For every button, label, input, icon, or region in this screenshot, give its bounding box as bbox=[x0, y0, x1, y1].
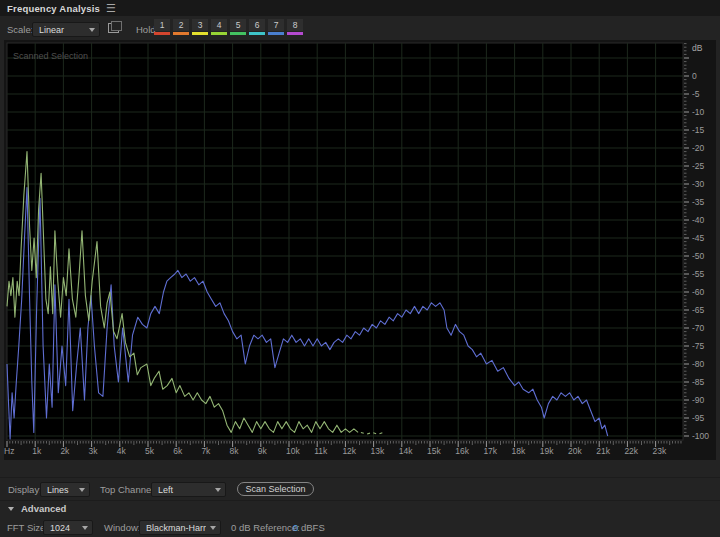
hold-button-8[interactable]: 8 bbox=[287, 19, 303, 35]
freq-tick-label: 5k bbox=[145, 446, 155, 456]
top-channel-label: Top Channel: bbox=[100, 484, 156, 495]
db-tick-label: -45 bbox=[692, 233, 705, 243]
panel-title: Frequency Analysis bbox=[7, 3, 100, 14]
scale-dropdown[interactable]: Linear bbox=[32, 22, 100, 37]
db-tick-label: -55 bbox=[692, 269, 705, 279]
db-tick-label: -90 bbox=[692, 395, 705, 405]
hold-button-number: 5 bbox=[230, 19, 246, 31]
hold-button-number: 1 bbox=[154, 19, 170, 31]
db-tick-label: -15 bbox=[692, 125, 705, 135]
panel-menu-icon[interactable]: ☰ bbox=[106, 3, 116, 13]
db-tick-label: -50 bbox=[692, 251, 705, 261]
toolbar: Scale: Linear Hold: 12345678 bbox=[0, 16, 720, 42]
hold-color-bar bbox=[154, 32, 170, 35]
db-tick-label: -30 bbox=[692, 179, 705, 189]
hold-button-1[interactable]: 1 bbox=[154, 19, 170, 35]
db-tick-label: -10 bbox=[692, 107, 705, 117]
db-reference-unit: dBFS bbox=[301, 522, 325, 533]
fft-size-dropdown[interactable]: 1024 bbox=[43, 520, 93, 535]
hold-button-3[interactable]: 3 bbox=[192, 19, 208, 35]
freq-tick-label: 12k bbox=[342, 446, 356, 456]
snapshot-front-square bbox=[111, 21, 122, 31]
display-value: Lines bbox=[47, 485, 75, 495]
top-channel-dropdown[interactable]: Left bbox=[151, 482, 226, 497]
hold-button-6[interactable]: 6 bbox=[249, 19, 265, 35]
db-tick-label: -100 bbox=[692, 431, 709, 441]
scan-selection-button[interactable]: Scan Selection bbox=[237, 482, 314, 496]
db-tick-label: -35 bbox=[692, 197, 705, 207]
hold-color-bar bbox=[287, 32, 303, 35]
db-tick-label: -5 bbox=[692, 89, 700, 99]
hold-color-bar bbox=[268, 32, 284, 35]
chevron-down-icon bbox=[82, 526, 88, 530]
window-label: Window: bbox=[104, 522, 140, 533]
freq-tick-label: 21k bbox=[596, 446, 610, 456]
hold-button-number: 2 bbox=[173, 19, 189, 31]
chevron-down-icon bbox=[8, 507, 14, 511]
db-tick-label: -65 bbox=[692, 305, 705, 315]
db-axis-title: dB bbox=[692, 43, 703, 53]
divider bbox=[0, 477, 720, 478]
snapshot-graph-icon[interactable] bbox=[108, 21, 122, 33]
db-tick-label: -85 bbox=[692, 377, 705, 387]
freq-tick-label: 20k bbox=[568, 446, 582, 456]
chevron-down-icon bbox=[210, 526, 216, 530]
db-tick-label: -70 bbox=[692, 323, 705, 333]
scale-value: Linear bbox=[39, 25, 85, 35]
freq-tick-label: 6k bbox=[173, 446, 183, 456]
scanned-selection-label: Scanned Selection bbox=[13, 51, 88, 61]
db-tick-label: -80 bbox=[692, 359, 705, 369]
advanced-label: Advanced bbox=[21, 503, 66, 514]
db-tick-label: -75 bbox=[692, 341, 705, 351]
freq-tick-label: 9k bbox=[258, 446, 268, 456]
freq-tick-label: 7k bbox=[201, 446, 211, 456]
hold-button-number: 8 bbox=[287, 19, 303, 31]
db-tick-label: -20 bbox=[692, 143, 705, 153]
hold-button-7[interactable]: 7 bbox=[268, 19, 284, 35]
freq-tick-label: 3k bbox=[89, 446, 99, 456]
hold-color-bar bbox=[230, 32, 246, 35]
db-reference-value[interactable]: 0 bbox=[293, 522, 298, 533]
advanced-header[interactable]: Advanced bbox=[0, 502, 720, 515]
hold-button-2[interactable]: 2 bbox=[173, 19, 189, 35]
freq-tick-label: 4k bbox=[117, 446, 127, 456]
display-label: Display: bbox=[8, 484, 42, 495]
display-row: Display: Lines Top Channel: Left Scan Se… bbox=[0, 481, 720, 498]
freq-tick-label: 2k bbox=[60, 446, 70, 456]
hold-button-4[interactable]: 4 bbox=[211, 19, 227, 35]
db-tick-label: 0 bbox=[692, 71, 697, 81]
hold-buttons-group: 12345678 bbox=[154, 19, 306, 35]
freq-tick-label: 10k bbox=[286, 446, 300, 456]
chevron-down-icon bbox=[79, 488, 85, 492]
freq-tick-label: 22k bbox=[624, 446, 638, 456]
freq-tick-label: 17k bbox=[483, 446, 497, 456]
hold-color-bar bbox=[211, 32, 227, 35]
freq-tick-label: 18k bbox=[512, 446, 526, 456]
fft-size-value: 1024 bbox=[50, 523, 78, 533]
hold-color-bar bbox=[192, 32, 208, 35]
db-tick-label: -40 bbox=[692, 215, 705, 225]
frequency-chart[interactable]: Hz1k2k3k4k5k6k7k8k9k10k11k12k13k14k15k16… bbox=[4, 40, 716, 460]
freq-tick-label: 19k bbox=[540, 446, 554, 456]
scale-label: Scale: bbox=[7, 24, 33, 35]
spectrum-plot[interactable]: Hz1k2k3k4k5k6k7k8k9k10k11k12k13k14k15k16… bbox=[4, 40, 716, 460]
hold-button-number: 7 bbox=[268, 19, 284, 31]
frequency-analysis-panel: Frequency Analysis ☰ Scale: Linear Hold:… bbox=[0, 0, 720, 537]
db-tick-label: -95 bbox=[692, 413, 705, 423]
freq-tick-label: 8k bbox=[230, 446, 240, 456]
divider bbox=[0, 500, 720, 501]
chevron-down-icon bbox=[89, 28, 95, 32]
display-dropdown[interactable]: Lines bbox=[40, 482, 90, 497]
db-tick-label: -60 bbox=[692, 287, 705, 297]
hold-button-5[interactable]: 5 bbox=[230, 19, 246, 35]
hold-color-bar bbox=[173, 32, 189, 35]
window-dropdown[interactable]: Blackman-Harris bbox=[139, 520, 221, 535]
db-tick-label: -25 bbox=[692, 161, 705, 171]
top-channel-value: Left bbox=[158, 485, 211, 495]
freq-tick-label: 16k bbox=[455, 446, 469, 456]
freq-tick-label: 15k bbox=[427, 446, 441, 456]
hold-button-number: 4 bbox=[211, 19, 227, 31]
db-reference-label: 0 dB Reference: bbox=[231, 522, 300, 533]
freq-tick-label: 14k bbox=[399, 446, 413, 456]
hold-button-number: 3 bbox=[192, 19, 208, 31]
